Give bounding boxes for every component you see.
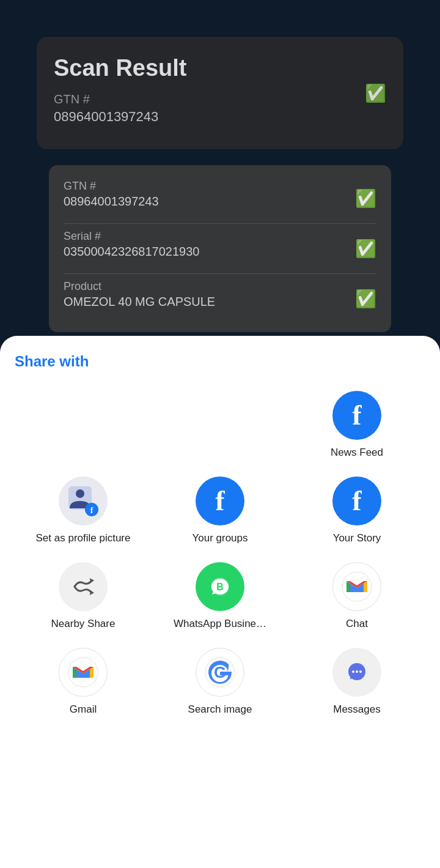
set-profile-item[interactable]: f Set as profile picture [15, 468, 152, 554]
gmail-label: Gmail [70, 703, 97, 716]
your-story-icon: f [332, 477, 381, 525]
mid-product-label: Product [64, 280, 215, 293]
news-feed-item[interactable]: f News Feed [288, 382, 425, 468]
mid-serial-check: ✅ [355, 239, 376, 259]
your-groups-item[interactable]: f Your groups [152, 468, 288, 554]
background-card: Scan Result GTN # 08964001397243 ✅ [37, 37, 403, 149]
set-profile-label: Set as profile picture [36, 532, 131, 545]
mid-product-check: ✅ [355, 289, 376, 309]
gmail-icon-container [59, 648, 108, 697]
your-groups-icon: f [196, 477, 244, 525]
chat-label: Chat [346, 617, 368, 631]
svg-text:G: G [214, 663, 226, 681]
bg-check-icon: ✅ [365, 83, 386, 103]
gmail-item[interactable]: Gmail [15, 639, 152, 725]
bg-title: Scan Result [54, 55, 187, 81]
your-story-label: Your Story [333, 532, 381, 545]
nearby-share-icon [59, 562, 108, 611]
share-row-1: f Set as profile picture f Your groups f… [15, 468, 425, 554]
whatsapp-biz-icon: B [196, 562, 244, 611]
mid-serial-value: 03500042326817021930 [64, 245, 199, 259]
search-image-label: Search image [188, 703, 252, 716]
svg-point-4 [69, 573, 97, 601]
mid-gtn-value: 08964001397243 [64, 195, 159, 209]
share-row-3: Gmail G Search image [15, 639, 425, 725]
svg-point-18 [359, 670, 362, 673]
whatsapp-biz-label: WhatsApp Busine… [174, 617, 266, 631]
mid-card: GTN # 08964001397243 ✅ Serial # 03500042… [49, 165, 391, 332]
news-feed-label: News Feed [331, 446, 383, 459]
svg-text:f: f [90, 506, 94, 515]
svg-point-17 [356, 670, 358, 673]
mid-serial-label: Serial # [64, 230, 199, 243]
news-feed-icon: f [332, 391, 381, 440]
profile-svg: f [67, 485, 99, 517]
your-groups-label: Your groups [192, 532, 248, 545]
mid-gtn-check: ✅ [355, 188, 376, 209]
messages-icon-container [332, 648, 381, 697]
svg-text:B: B [216, 582, 224, 592]
nearby-share-label: Nearby Share [51, 617, 116, 631]
svg-point-1 [76, 489, 84, 498]
set-profile-icon: f [59, 477, 108, 525]
search-image-item[interactable]: G Search image [152, 639, 288, 725]
your-story-item[interactable]: f Your Story [288, 468, 425, 554]
messages-item[interactable]: Messages [288, 639, 425, 725]
chat-icon-container [332, 562, 381, 611]
share-row-2: Nearby Share B WhatsApp Busine… [15, 554, 425, 639]
share-sheet: Share with f News Feed f [0, 336, 440, 868]
mid-gtn-label: GTN # [64, 180, 159, 193]
svg-point-16 [352, 670, 354, 673]
nearby-share-item[interactable]: Nearby Share [15, 554, 152, 639]
search-image-icon: G [196, 648, 244, 697]
messages-label: Messages [333, 703, 380, 716]
bg-gtn-value: 08964001397243 [54, 109, 187, 125]
mid-product-value: OMEZOL 40 MG CAPSULE [64, 295, 215, 309]
share-row-0: f News Feed [15, 382, 425, 468]
share-title: Share with [15, 353, 425, 370]
whatsapp-biz-item[interactable]: B WhatsApp Busine… [152, 554, 288, 639]
chat-item[interactable]: Chat [288, 554, 425, 639]
bg-gtn-label: GTN # [54, 92, 187, 106]
